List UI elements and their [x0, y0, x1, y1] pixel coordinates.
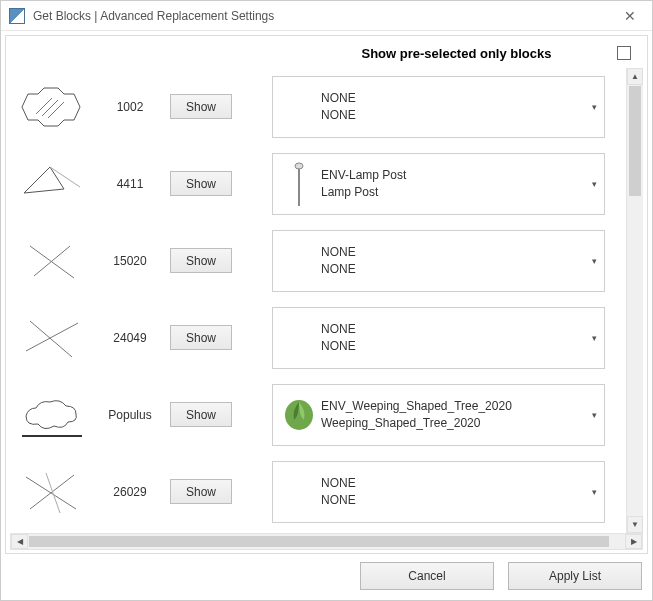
block-row: 26029 Show NONE NONE ▾	[10, 453, 625, 530]
block-id: 26029	[90, 485, 170, 499]
svg-line-4	[24, 189, 64, 193]
block-row: Populus Show ENV_Weepin	[10, 376, 625, 453]
replacement-dropdown[interactable]: ENV_Weeping_Shaped_Tree_2020 Weeping_Sha…	[272, 384, 605, 446]
dropdown-text: NONE NONE	[317, 475, 584, 509]
dropdown-thumb	[281, 468, 317, 516]
block-id: 1002	[90, 100, 170, 114]
header-row: Show pre-selected only blocks	[16, 40, 635, 66]
dropdown-text: ENV_Weeping_Shaped_Tree_2020 Weeping_Sha…	[317, 398, 584, 432]
block-thumbnail	[12, 457, 90, 527]
scroll-track[interactable]	[28, 534, 625, 549]
svg-point-6	[295, 163, 303, 169]
show-button[interactable]: Show	[170, 248, 232, 273]
block-thumbnail	[12, 226, 90, 296]
dropdown-line1: NONE	[321, 475, 584, 492]
cancel-button[interactable]: Cancel	[360, 562, 494, 590]
chevron-down-icon: ▾	[584, 487, 604, 497]
dropdown-line2: Lamp Post	[321, 184, 584, 201]
show-button[interactable]: Show	[170, 325, 232, 350]
preselected-checkbox[interactable]	[617, 46, 631, 60]
show-button[interactable]: Show	[170, 479, 232, 504]
show-button[interactable]: Show	[170, 94, 232, 119]
block-id: Populus	[90, 408, 170, 422]
vertical-scrollbar[interactable]: ▲ ▼	[626, 68, 643, 533]
scroll-area: 1002 Show NONE NONE ▾	[10, 68, 643, 533]
scroll-thumb[interactable]	[629, 86, 641, 196]
block-row: 4411 Show ENV-Lamp Post La	[10, 145, 625, 222]
chevron-down-icon: ▾	[584, 333, 604, 343]
chevron-down-icon: ▾	[584, 102, 604, 112]
block-thumbnail	[12, 380, 90, 450]
inner-frame: Show pre-selected only blocks	[5, 35, 648, 554]
show-button[interactable]: Show	[170, 171, 232, 196]
dropdown-text: NONE NONE	[317, 244, 584, 278]
block-row: 15020 Show NONE NONE ▾	[10, 222, 625, 299]
svg-line-15	[46, 473, 60, 513]
dropdown-line2: NONE	[321, 261, 584, 278]
window: Get Blocks | Advanced Replacement Settin…	[0, 0, 653, 601]
block-thumbnail	[12, 149, 90, 219]
svg-line-10	[30, 321, 72, 357]
svg-line-1	[42, 100, 58, 116]
block-id: 24049	[90, 331, 170, 345]
scroll-right-icon[interactable]: ▶	[625, 534, 642, 549]
svg-line-9	[26, 323, 78, 351]
dropdown-line2: NONE	[321, 107, 584, 124]
scroll-up-icon[interactable]: ▲	[627, 68, 643, 85]
svg-line-2	[48, 102, 64, 118]
scroll-thumb[interactable]	[29, 536, 609, 547]
chevron-down-icon: ▾	[584, 256, 604, 266]
block-id: 4411	[90, 177, 170, 191]
replacement-dropdown[interactable]: ENV-Lamp Post Lamp Post ▾	[272, 153, 605, 215]
replacement-dropdown[interactable]: NONE NONE ▾	[272, 76, 605, 138]
footer: Cancel Apply List	[5, 558, 648, 594]
dropdown-thumb	[281, 83, 317, 131]
replacement-dropdown[interactable]: NONE NONE ▾	[272, 307, 605, 369]
content-area: Show pre-selected only blocks	[1, 31, 652, 600]
dropdown-thumb	[281, 237, 317, 285]
replacement-dropdown[interactable]: NONE NONE ▾	[272, 230, 605, 292]
dropdown-line2: NONE	[321, 492, 584, 509]
dropdown-line1: ENV_Weeping_Shaped_Tree_2020	[321, 398, 584, 415]
replacement-dropdown[interactable]: NONE NONE ▾	[272, 461, 605, 523]
scroll-left-icon[interactable]: ◀	[11, 534, 28, 549]
window-title: Get Blocks | Advanced Replacement Settin…	[33, 9, 607, 23]
block-thumbnail	[12, 303, 90, 373]
dropdown-text: NONE NONE	[317, 321, 584, 355]
dropdown-thumb	[281, 314, 317, 362]
app-icon	[9, 8, 25, 24]
header-label: Show pre-selected only blocks	[16, 46, 617, 61]
dropdown-line2: NONE	[321, 338, 584, 355]
dropdown-thumb	[281, 391, 317, 439]
apply-button[interactable]: Apply List	[508, 562, 642, 590]
scroll-down-icon[interactable]: ▼	[627, 516, 643, 533]
chevron-down-icon: ▾	[584, 410, 604, 420]
close-button[interactable]: ✕	[607, 1, 652, 30]
dropdown-line1: ENV-Lamp Post	[321, 167, 584, 184]
dropdown-line1: NONE	[321, 90, 584, 107]
titlebar: Get Blocks | Advanced Replacement Settin…	[1, 1, 652, 31]
dropdown-thumb	[281, 160, 317, 208]
chevron-down-icon: ▾	[584, 179, 604, 189]
show-button[interactable]: Show	[170, 402, 232, 427]
svg-line-0	[36, 98, 52, 114]
svg-line-3	[50, 167, 80, 187]
block-row: 1002 Show NONE NONE ▾	[10, 68, 625, 145]
rows-container: 1002 Show NONE NONE ▾	[10, 68, 625, 533]
dropdown-text: ENV-Lamp Post Lamp Post	[317, 167, 584, 201]
block-id: 15020	[90, 254, 170, 268]
horizontal-scrollbar[interactable]: ◀ ▶	[10, 533, 643, 550]
block-row: 24049 Show NONE NONE ▾	[10, 299, 625, 376]
dropdown-line1: NONE	[321, 244, 584, 261]
dropdown-line2: Weeping_Shaped_Tree_2020	[321, 415, 584, 432]
dropdown-line1: NONE	[321, 321, 584, 338]
dropdown-text: NONE NONE	[317, 90, 584, 124]
svg-point-12	[285, 400, 313, 430]
block-thumbnail	[12, 72, 90, 142]
